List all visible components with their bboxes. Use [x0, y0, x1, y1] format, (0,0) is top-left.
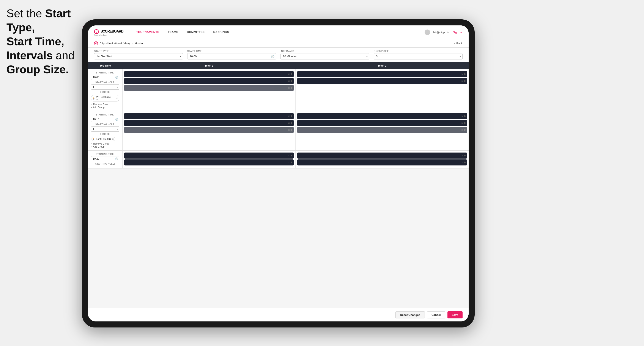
group-1-add-label: + Add Group	[91, 106, 104, 109]
nav-tournaments[interactable]: TOURNAMENTS	[132, 25, 164, 39]
player-slot-2-t2-2: ✕	[297, 120, 467, 126]
tablet-frame: C SCOREBOARD Powered by clipp.io TOURNAM…	[82, 19, 475, 328]
group-3-time-label: STARTING TIME:	[91, 153, 119, 155]
instruction-bold1: Start Type,	[6, 7, 71, 34]
group-1-course-remove[interactable]: ✕	[116, 97, 118, 100]
slot-remove-1-3[interactable]: ✕	[288, 87, 290, 89]
group-3-main-row: STARTING TIME: 🕐 STARTING HOLE: ✕	[88, 151, 468, 168]
group-1-hole-label: STARTING HOLE:	[91, 81, 119, 84]
intervals-select[interactable]: 10 Minutes	[280, 53, 369, 59]
group-size-label: Group Size	[374, 50, 462, 52]
group-1-course-label: COURSE:	[91, 91, 119, 93]
slot-2-t2-remove-1[interactable]: ✕	[461, 115, 463, 117]
slot-3-remove-1[interactable]: ✕	[288, 155, 290, 157]
group-3-info: STARTING TIME: 🕐 STARTING HOLE:	[88, 151, 122, 168]
start-type-select-wrapper: 1st Tee Start	[94, 53, 183, 59]
player-slot-2-3: ✕	[124, 127, 294, 133]
logo: C SCOREBOARD Powered by clipp.io	[94, 28, 124, 36]
slot-remove-t2-2[interactable]: ✕	[461, 80, 463, 82]
reset-button[interactable]: Reset Changes	[396, 311, 425, 319]
sign-out-link[interactable]: Sign out	[453, 31, 462, 34]
group-2-hole-select[interactable]: 1	[91, 127, 119, 132]
group-1-time-wrapper: 🕐	[91, 75, 119, 80]
nav-committee[interactable]: COMMITTEE	[182, 25, 209, 39]
tablet-screen: C SCOREBOARD Powered by clipp.io TOURNAM…	[88, 25, 468, 322]
logo-icon: C	[94, 29, 99, 34]
group-2-course-remove[interactable]: ✕	[112, 138, 114, 140]
group-2-remove-btn[interactable]: ○ Remove Group	[91, 142, 119, 145]
breadcrumb-tournament[interactable]: Clippd Invitational (May)	[100, 42, 130, 45]
group-1-hole-select[interactable]: 1	[91, 84, 119, 90]
player-slot-1-t2-1: ✕	[297, 71, 467, 77]
instruction-bold4: Group Size.	[6, 63, 69, 76]
group-2-actions: ○ Remove Group + Add Group	[91, 142, 119, 148]
group-1-remove-btn[interactable]: ○ Remove Group	[91, 103, 119, 106]
group-1-remove-label: Remove Group	[93, 103, 110, 106]
group-3-clock-icon: 🕐	[115, 158, 118, 160]
back-button[interactable]: < Back	[454, 42, 462, 45]
player-slot-3-t2-2: ✕	[297, 160, 467, 166]
breadcrumb-bar: C Clippd Invitational (May) > Hosting < …	[88, 39, 468, 48]
slot-2-remove-1[interactable]: ✕	[288, 115, 290, 117]
player-slot-2-1: ✕	[124, 113, 294, 119]
start-type-select[interactable]: 1st Tee Start	[94, 53, 183, 59]
group-2-add-btn[interactable]: + Add Group	[91, 145, 119, 148]
save-button[interactable]: Save	[448, 311, 462, 319]
slot-icon-1-1	[290, 73, 292, 75]
slot-2-remove-2[interactable]: ✕	[288, 122, 290, 124]
start-time-field: Start Time 🕐	[187, 50, 276, 59]
group-1-info: STARTING TIME: 🕐 STARTING HOLE: 1 COURSE…	[88, 69, 122, 111]
slot-icon-1-3	[290, 87, 292, 89]
action-bar: Reset Changes Cancel Save	[88, 308, 468, 322]
intervals-label: Intervals	[280, 50, 369, 52]
user-email: blair@clippd.io	[432, 31, 449, 34]
course-icon-2: 🏌	[92, 138, 95, 140]
cancel-button[interactable]: Cancel	[427, 311, 445, 319]
group-row-3: STARTING TIME: 🕐 STARTING HOLE: ✕	[88, 151, 468, 169]
group-3-team2: ✕ ✕	[296, 151, 468, 168]
slot-3-t2-icon-1	[464, 155, 466, 157]
slot-remove-t2-1[interactable]: ✕	[461, 73, 463, 75]
start-time-input[interactable]	[187, 53, 276, 59]
instruction-line1: Set the Start Type,	[6, 7, 71, 34]
logo-text: SCOREBOARD	[100, 29, 124, 33]
group-size-select[interactable]: 3	[374, 53, 462, 59]
slot-icon-t2-2	[464, 80, 466, 82]
nav-rankings[interactable]: RANKINGS	[209, 25, 234, 39]
slot-2-t2-icon-3	[464, 129, 466, 131]
slot-remove-1-2[interactable]: ✕	[288, 80, 290, 82]
top-nav: C SCOREBOARD Powered by clipp.io TOURNAM…	[88, 25, 468, 39]
instruction-text: Set the Start Type, Start Time, Interval…	[6, 6, 76, 76]
course-icon: 🏌	[92, 97, 95, 100]
instruction-and: and	[53, 49, 74, 62]
player-slot-2-t2-3: ✕	[297, 127, 467, 133]
player-slot-3-t2-1: ✕	[297, 153, 467, 159]
slot-2-t2-remove-2[interactable]: ✕	[461, 122, 463, 124]
slot-icon-1-2	[290, 80, 292, 82]
schedule-table: Tee Time Team 1 Team 2 STARTING TIME: 🕐 …	[88, 62, 468, 308]
instruction-bold2: Start Time,	[6, 35, 64, 48]
group-1-add-btn[interactable]: + Add Group	[91, 106, 119, 109]
group-2-time-wrapper: 🕐	[91, 117, 119, 122]
slot-3-t2-remove-2[interactable]: ✕	[461, 161, 463, 164]
group-2-team2: ✕ ✕ ✕	[296, 111, 468, 150]
group-size-field: Group Size 3	[374, 50, 462, 59]
slot-3-remove-2[interactable]: ✕	[288, 161, 290, 164]
nav-teams[interactable]: TEAMS	[164, 25, 182, 39]
table-header: Tee Time Team 1 Team 2	[88, 62, 468, 69]
user-avatar	[424, 29, 430, 35]
slot-remove-1-1[interactable]: ✕	[288, 73, 290, 75]
player-slot-2-2: ✕	[124, 120, 294, 126]
breadcrumb-logo: C	[94, 41, 98, 45]
slot-2-remove-3[interactable]: ✕	[288, 129, 290, 131]
group-row-1: STARTING TIME: 🕐 STARTING HOLE: 1 COURSE…	[88, 69, 468, 111]
group-2-course-name: East Lake GC	[96, 138, 111, 140]
group-2-team1: ✕ ✕ ✕	[122, 111, 296, 150]
slot-3-t2-remove-1[interactable]: ✕	[461, 155, 463, 157]
group-2-course-label: COURSE:	[91, 133, 119, 135]
slot-2-t2-remove-3[interactable]: ✕	[461, 129, 463, 131]
group-1-team2: ✕ ✕	[296, 69, 468, 111]
group-2-remove-label: Remove Group	[93, 142, 110, 145]
slot-icon-t2-1	[464, 73, 466, 75]
start-time-wrapper: 🕐	[187, 53, 276, 59]
